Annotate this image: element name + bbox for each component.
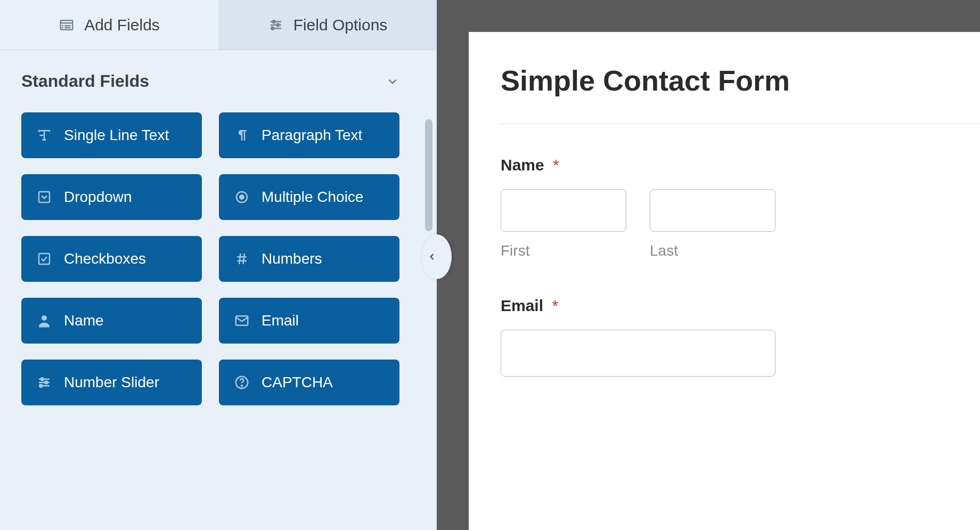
- last-name-col: Last: [650, 189, 775, 259]
- field-label: Dropdown: [64, 189, 132, 206]
- panel-body: Standard Fields Single Line TextParagrap…: [0, 50, 437, 530]
- first-name-input[interactable]: [501, 189, 626, 232]
- tab-field-options[interactable]: Field Options: [218, 0, 437, 50]
- first-sublabel: First: [501, 242, 626, 259]
- tab-label: Add Fields: [84, 16, 160, 34]
- section-title: Standard Fields: [21, 71, 149, 91]
- last-sublabel: Last: [650, 242, 775, 259]
- user-icon: [36, 313, 52, 329]
- last-name-input[interactable]: [650, 189, 775, 232]
- label-text: Email: [501, 297, 543, 314]
- name-field-row[interactable]: First Last: [501, 189, 980, 259]
- svg-point-11: [271, 27, 274, 29]
- divider: [501, 124, 980, 124]
- svg-point-30: [39, 385, 42, 387]
- field-label: CAPTCHA: [262, 374, 333, 391]
- section-header[interactable]: Standard Fields: [21, 71, 415, 91]
- svg-point-7: [272, 20, 275, 23]
- scrollbar[interactable]: [425, 119, 432, 231]
- tab-label: Field Options: [293, 16, 388, 34]
- field-label: Numbers: [262, 250, 322, 267]
- field-label: Name: [64, 312, 104, 329]
- field-numbers[interactable]: Numbers: [219, 236, 399, 282]
- paragraph-icon: [234, 127, 250, 143]
- required-marker: *: [552, 297, 558, 314]
- field-single-line-text[interactable]: Single Line Text: [21, 112, 202, 158]
- hash-icon: [234, 251, 250, 267]
- collapse-panel-button[interactable]: [422, 234, 452, 279]
- email-input[interactable]: [501, 330, 775, 377]
- email-field-label: Email *: [501, 297, 980, 315]
- svg-point-17: [240, 195, 244, 199]
- field-label: Single Line Text: [64, 127, 169, 144]
- preview-area: Simple Contact Form Name * First Last Em…: [437, 0, 980, 530]
- panel-tabs: Add Fields Field Options: [0, 0, 437, 50]
- svg-line-21: [239, 254, 241, 264]
- svg-rect-15: [39, 192, 50, 202]
- sliders-icon: [36, 374, 52, 390]
- field-label: Paragraph Text: [262, 127, 362, 144]
- label-text: Name: [501, 156, 544, 174]
- form-title[interactable]: Simple Contact Form: [501, 64, 980, 97]
- svg-point-32: [241, 385, 242, 386]
- field-number-slider[interactable]: Number Slider: [21, 360, 202, 405]
- svg-point-9: [276, 23, 279, 26]
- app-root: Add Fields Field Options Standard Fields: [0, 0, 980, 530]
- field-paragraph-text[interactable]: Paragraph Text: [219, 112, 399, 158]
- svg-line-22: [243, 254, 245, 264]
- fields-panel: Add Fields Field Options Standard Fields: [0, 0, 437, 530]
- field-label: Number Slider: [64, 374, 159, 391]
- envelope-icon: [234, 313, 250, 329]
- question-icon: [234, 374, 250, 390]
- field-label: Checkboxes: [64, 250, 146, 267]
- field-label: Email: [262, 312, 299, 329]
- dropdown-icon: [36, 189, 52, 205]
- svg-point-26: [41, 378, 44, 380]
- first-name-col: First: [501, 189, 626, 259]
- field-multiple-choice[interactable]: Multiple Choice: [219, 174, 399, 220]
- field-grid: Single Line TextParagraph TextDropdownMu…: [21, 112, 415, 405]
- sliders-icon: [268, 17, 284, 33]
- required-marker: *: [553, 156, 559, 174]
- form-preview: Simple Contact Form Name * First Last Em…: [469, 32, 980, 530]
- field-captcha[interactable]: CAPTCHA: [219, 360, 399, 405]
- tab-add-fields[interactable]: Add Fields: [0, 0, 218, 50]
- name-field-label: Name *: [501, 156, 980, 174]
- svg-point-28: [45, 381, 47, 384]
- checkbox-icon: [36, 251, 52, 267]
- list-icon: [59, 17, 75, 33]
- field-dropdown[interactable]: Dropdown: [21, 174, 202, 220]
- field-email[interactable]: Email: [219, 298, 399, 344]
- field-checkboxes[interactable]: Checkboxes: [21, 236, 202, 282]
- chevron-down-icon: [386, 75, 399, 88]
- radio-icon: [234, 189, 250, 205]
- text-icon: [36, 127, 52, 143]
- svg-rect-18: [39, 254, 50, 264]
- field-name[interactable]: Name: [21, 298, 202, 344]
- field-label: Multiple Choice: [262, 189, 363, 206]
- svg-point-23: [42, 315, 47, 321]
